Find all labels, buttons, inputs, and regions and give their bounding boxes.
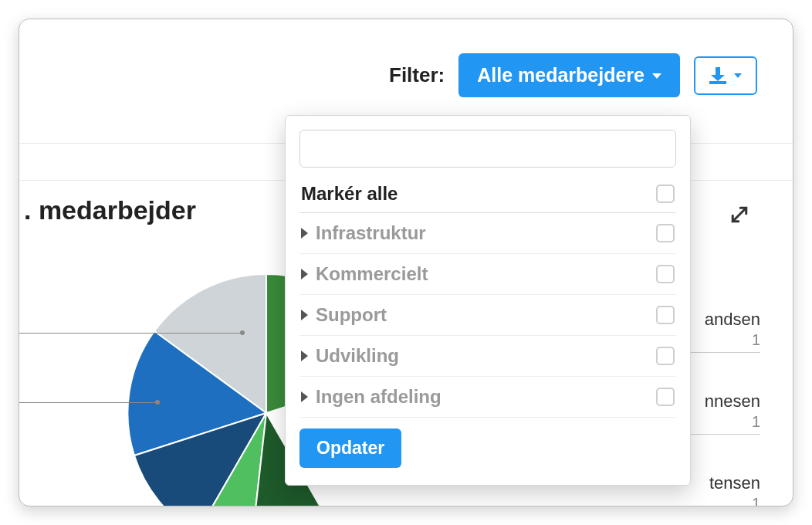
filter-search-input[interactable] [299,130,676,168]
select-all-checkbox[interactable] [656,185,675,203]
select-all-row[interactable]: Markér alle [299,172,676,213]
filter-option-label: Ingen afdeling [316,386,442,408]
filter-toolbar: Filter: Alle medarbejdere [389,53,757,97]
filter-option-label: Support [316,304,387,326]
search-wrap [299,130,676,168]
filter-option-label: Kommercielt [316,263,428,285]
filter-option-row[interactable]: Ingen afdeling [299,377,676,418]
filter-option-row[interactable]: Kommercielt [299,254,676,295]
expand-caret-icon [301,391,308,402]
filter-label: Filter: [389,63,445,87]
caret-down-icon [652,73,661,79]
filter-option-checkbox[interactable] [656,347,675,365]
download-icon [709,67,726,84]
filter-option-checkbox[interactable] [656,224,675,242]
select-all-label: Markér alle [301,183,398,205]
expand-caret-icon [301,269,308,279]
filter-option-row[interactable]: Support [299,295,676,336]
filter-dropdown-panel: Markér alle Infrastruktur Kommercielt Su… [285,115,691,486]
update-button[interactable]: Opdater [299,428,401,468]
filter-option-row[interactable]: Udvikling [299,336,676,377]
expand-caret-icon [301,351,308,361]
filter-option-label: Infrastruktur [316,222,426,244]
filter-dropdown-button-label: Alle medarbejdere [477,64,645,86]
filter-option-checkbox[interactable] [656,265,675,283]
filter-option-label: Udvikling [316,345,399,367]
expand-caret-icon [301,310,308,320]
chart-leader-line [19,333,242,334]
filter-dropdown-button[interactable]: Alle medarbejdere [458,53,680,97]
filter-option-checkbox[interactable] [656,306,675,324]
filter-option-checkbox[interactable] [656,388,675,406]
caret-down-icon [734,73,742,78]
download-button[interactable] [694,56,757,95]
filter-option-row[interactable]: Infrastruktur [299,213,676,254]
expand-caret-icon [301,228,308,239]
card-heading: . medarbejder [19,195,196,225]
expand-icon[interactable] [728,203,751,229]
app-frame: Filter: Alle medarbejdere . medarbejder [19,19,793,506]
legend-count: 1 [660,493,760,506]
chart-leader-line [19,402,157,403]
dropdown-footer: Opdater [299,428,676,468]
